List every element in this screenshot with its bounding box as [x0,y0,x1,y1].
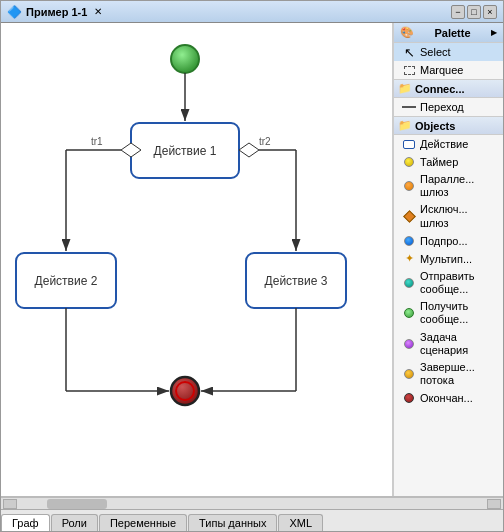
minimize-button[interactable]: − [451,5,465,19]
marquee-icon [402,63,416,77]
receive-label: Получить сообще... [420,300,499,326]
title-bar: 🔷 Пример 1-1 ✕ − □ × [1,1,503,23]
folder-connectors-icon: 📁 [398,82,412,95]
endflow-label: Заверше... потока [420,361,499,387]
app-icon: 🔷 [7,5,22,19]
tab-graf[interactable]: Граф [1,514,50,531]
palette-item-task[interactable]: Задача сценария [394,329,503,359]
diamond-right [239,143,259,157]
palette-header: 🎨 Palette ▸ [394,23,503,43]
canvas-area[interactable]: Действие 1 tr1 tr2 Действие 2 Действие [1,23,393,496]
action2-label: Действие 2 [35,274,98,288]
marquee-label: Marquee [420,64,463,76]
horizontal-scrollbar[interactable] [1,497,503,509]
receive-icon [402,306,416,320]
palette-icon: 🎨 [400,26,414,39]
tab-roles[interactable]: Роли [51,514,98,531]
main-content: Действие 1 tr1 tr2 Действие 2 Действие [1,23,503,496]
timer-icon [402,155,416,169]
palette-panel: 🎨 Palette ▸ ↖ Select Marquee 📁 [393,23,503,496]
send-icon [402,276,416,290]
palette-arrow[interactable]: ▸ [491,26,497,39]
title-bar-left: 🔷 Пример 1-1 ✕ [7,5,102,19]
bottom-tabs: Граф Роли Переменные Типы данных XML [1,509,503,531]
exception-icon [402,210,416,224]
diagram-svg: Действие 1 tr1 tr2 Действие 2 Действие [1,23,392,496]
palette-item-select[interactable]: ↖ Select [394,43,503,61]
palette-item-send[interactable]: Отправить сообще... [394,268,503,298]
close-tab-icon[interactable]: ✕ [94,6,102,17]
action1-label: Действие 1 [154,144,217,158]
folder-objects-icon: 📁 [398,119,412,132]
tr1-label: tr1 [91,136,103,147]
window-title: Пример 1-1 [26,6,87,18]
section-connectors[interactable]: 📁 Connec... [394,79,503,98]
send-label: Отправить сообще... [420,270,499,296]
start-node[interactable] [171,45,199,73]
tr2-label: tr2 [259,136,271,147]
close-button[interactable]: × [483,5,497,19]
task-icon [402,337,416,351]
select-label: Select [420,46,451,58]
parallel-label: Паралле... шлюз [420,173,499,199]
section-objects[interactable]: 📁 Objects [394,116,503,135]
scroll-left-button[interactable] [3,499,17,509]
line-icon [402,100,416,114]
maximize-button[interactable]: □ [467,5,481,19]
palette-item-timer[interactable]: Таймер [394,153,503,171]
palette-item-parallel[interactable]: Паралле... шлюз [394,171,503,201]
subprocess-icon [402,234,416,248]
section-connectors-label: Connec... [415,83,465,95]
exception-label: Исключ... шлюз [420,203,499,229]
palette-title: Palette [434,27,470,39]
task-label: Задача сценария [420,331,499,357]
action-label: Действие [420,138,468,150]
tab-xml[interactable]: XML [278,514,323,531]
timer-label: Таймер [420,156,458,168]
tab-datatypes[interactable]: Типы данных [188,514,277,531]
cursor-icon: ↖ [402,45,416,59]
action3-label: Действие 3 [265,274,328,288]
palette-item-receive[interactable]: Получить сообще... [394,298,503,328]
endflow-icon [402,367,416,381]
palette-item-multi[interactable]: ✦ Мультип... [394,250,503,268]
parallel-icon [402,179,416,193]
end-label: Окончан... [420,392,473,404]
section-objects-label: Objects [415,120,455,132]
palette-item-endflow[interactable]: Заверше... потока [394,359,503,389]
tab-variables[interactable]: Переменные [99,514,187,531]
transition-label: Переход [420,101,464,113]
palette-item-exception[interactable]: Исключ... шлюз [394,201,503,231]
action-rect-icon [402,137,416,151]
palette-item-marquee[interactable]: Marquee [394,61,503,79]
subprocess-label: Подпро... [420,235,468,247]
main-window: 🔷 Пример 1-1 ✕ − □ × [0,0,504,532]
end-icon [402,391,416,405]
palette-item-transition[interactable]: Переход [394,98,503,116]
palette-item-subprocess[interactable]: Подпро... [394,232,503,250]
palette-item-action[interactable]: Действие [394,135,503,153]
palette-item-end[interactable]: Окончан... [394,389,503,407]
multi-label: Мультип... [420,253,472,265]
window-controls: − □ × [451,5,497,19]
scroll-thumb[interactable] [47,499,107,509]
scroll-right-button[interactable] [487,499,501,509]
multi-icon: ✦ [402,252,416,266]
